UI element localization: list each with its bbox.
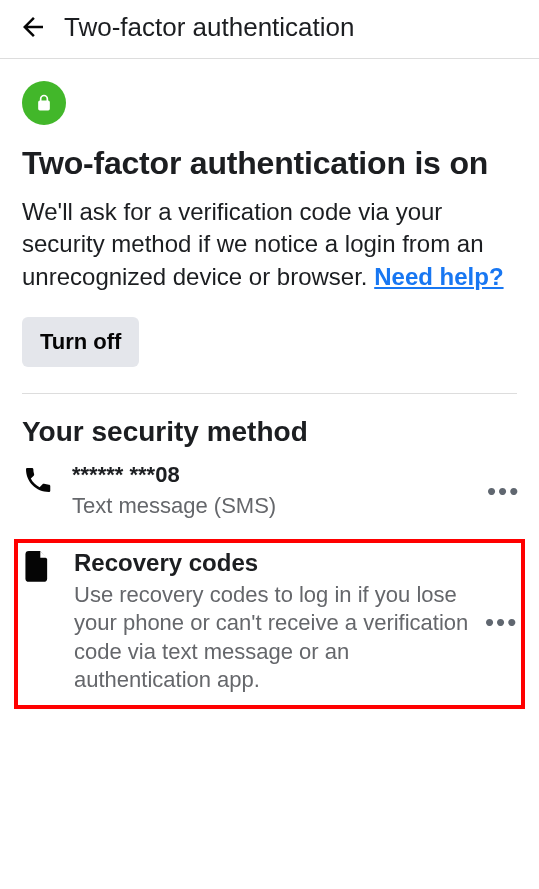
method-row-phone[interactable]: ****** ***08 Text message (SMS) ••• (22, 462, 517, 521)
recovery-method-subtitle: Use recovery codes to log in if you lose… (74, 581, 485, 695)
recovery-more-button[interactable]: ••• (485, 609, 515, 635)
methods-heading: Your security method (22, 416, 517, 448)
page-title: Two-factor authentication (64, 12, 355, 43)
recovery-method-title: Recovery codes (74, 549, 485, 577)
recovery-highlight: Recovery codes Use recovery codes to log… (14, 539, 525, 709)
lock-icon (34, 93, 54, 113)
method-row-recovery[interactable]: Recovery codes Use recovery codes to log… (24, 549, 515, 695)
phone-method-title: ****** ***08 (72, 462, 487, 488)
header-bar: Two-factor authentication (0, 0, 539, 59)
arrow-left-icon (18, 12, 48, 42)
phone-icon (22, 464, 58, 496)
back-button[interactable] (16, 10, 50, 44)
document-icon (24, 551, 60, 583)
phone-more-button[interactable]: ••• (487, 478, 517, 504)
need-help-link[interactable]: Need help? (374, 263, 503, 290)
phone-method-subtitle: Text message (SMS) (72, 492, 487, 521)
main-description: We'll ask for a verification code via yo… (22, 196, 517, 293)
turn-off-button[interactable]: Turn off (22, 317, 139, 367)
section-divider (22, 393, 517, 394)
status-badge (22, 81, 66, 125)
main-heading: Two-factor authentication is on (22, 145, 517, 182)
